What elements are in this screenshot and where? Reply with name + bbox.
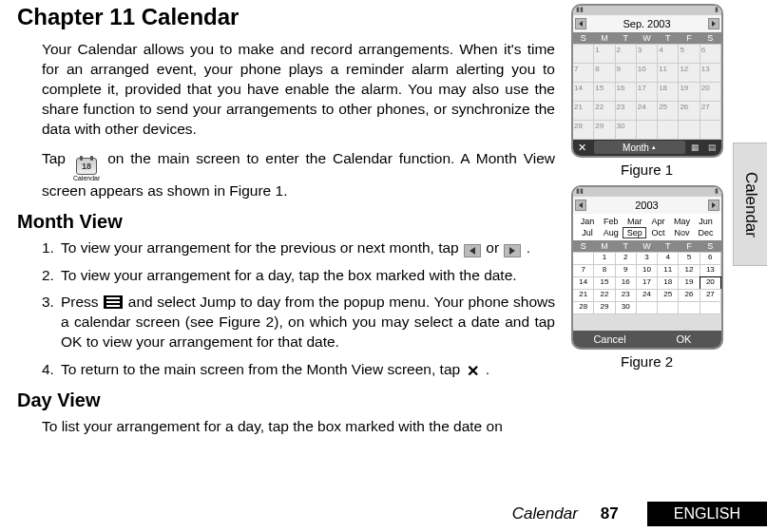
chapter-title: Chapter 11 Calendar	[17, 4, 555, 30]
figure-1-phone-mock: ▮▮▮ Sep. 2003 SMTWTFS 123456789101112131…	[571, 4, 723, 158]
text-fragment: Press	[61, 294, 99, 310]
phone-footer-buttons: Cancel OK	[573, 331, 721, 348]
footer-icon[interactable]: ▤	[704, 142, 721, 152]
list-number: 4.	[42, 360, 61, 380]
status-bar: ▮▮▮	[573, 187, 721, 197]
prev-year-button[interactable]	[575, 200, 586, 211]
prev-month-button[interactable]	[575, 18, 586, 29]
month-selector-strip[interactable]: JanFebMarAprMayJunJulAugSepOctNovDec	[573, 214, 721, 240]
day-paragraph: To list your arrangement for a day, tap …	[42, 417, 555, 437]
spacer	[573, 314, 721, 331]
figure-2-phone-mock: ▮▮▮ 2003 JanFebMarAprMayJunJulAugSepOctN…	[571, 185, 723, 350]
calendar-icon: 18	[76, 158, 97, 175]
next-month-button[interactable]	[708, 18, 719, 29]
list-item: 1. To view your arrangement for the prev…	[42, 238, 555, 258]
list-item: 4. To return to the main screen from the…	[42, 360, 555, 380]
calendar-grid[interactable]: 1234567891011121314151617181920212223242…	[573, 44, 721, 139]
view-selector[interactable]: Month▴	[594, 141, 685, 154]
figure-2-label: Figure 2	[566, 353, 727, 370]
year-title: 2003	[635, 200, 658, 211]
text-fragment: .	[527, 239, 530, 256]
tab-label: Calendar	[741, 172, 760, 238]
year-header-row: 2003	[573, 197, 721, 214]
section-day-view: Day View	[17, 390, 555, 411]
intro-paragraph-1: Your Calendar allows you to make and rec…	[42, 40, 555, 140]
text-fragment: To return to the main screen from the Mo…	[61, 361, 460, 377]
ok-button[interactable]: OK	[647, 331, 721, 348]
prev-arrow-icon	[464, 244, 481, 257]
figure-1-label: Figure 1	[566, 162, 727, 178]
next-arrow-icon	[504, 244, 521, 257]
weekday-header: SMTWTFS	[573, 240, 721, 252]
text-fragment: To view your arrangement for a day, tap …	[61, 266, 555, 286]
list-item: 3. Press and select Jump to day from the…	[42, 293, 555, 352]
month-header-row: Sep. 2003	[573, 15, 721, 32]
close-icon: ✕	[465, 364, 480, 379]
intro-paragraph-2: Tap 18 Calendar on the main screen to en…	[42, 149, 555, 201]
page-footer: Calendar 87 ENGLISH	[0, 502, 767, 526]
list-number: 3.	[42, 293, 61, 352]
text-fragment: or	[486, 239, 499, 256]
month-title: Sep. 2003	[623, 18, 670, 29]
footer-section: Calendar	[512, 504, 578, 523]
list-item: 2. To view your arrangement for a day, t…	[42, 266, 555, 286]
menu-icon	[104, 295, 123, 309]
phone-footer: ✕ Month▴ ▦ ▤	[573, 139, 721, 156]
calendar-app-icon: 18 Calendar	[73, 158, 100, 181]
section-month-view: Month View	[17, 211, 555, 233]
list-number: 2.	[42, 266, 61, 286]
cancel-button[interactable]: Cancel	[573, 331, 647, 348]
page-number: 87	[601, 504, 619, 523]
language-badge: ENGLISH	[647, 502, 767, 526]
calendar-icon-label: Calendar	[73, 175, 100, 181]
weekday-header: SMTWTFS	[573, 32, 721, 44]
next-year-button[interactable]	[708, 200, 719, 211]
close-button[interactable]: ✕	[573, 142, 592, 154]
side-tab-calendar: Calendar	[733, 142, 767, 266]
status-bar: ▮▮▮	[573, 6, 721, 15]
list-number: 1.	[42, 238, 61, 258]
text-fragment: on the main screen to enter the Calendar…	[42, 150, 555, 199]
text-fragment: To view your arrangement for the previou…	[61, 239, 459, 256]
footer-icon[interactable]: ▦	[687, 142, 704, 152]
calendar-grid[interactable]: 1234567891011121314151617181920212223242…	[573, 252, 721, 314]
text-fragment: Tap	[42, 150, 66, 166]
text-fragment: .	[486, 361, 489, 377]
text-fragment: and select Jump to day from the popup me…	[61, 294, 555, 350]
